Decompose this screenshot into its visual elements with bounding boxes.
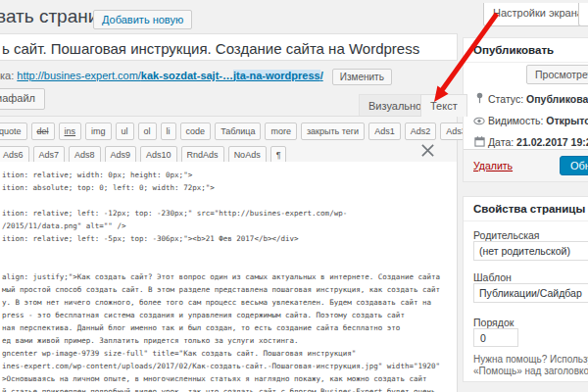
code-line: ition: relative; left: -5px; top: -306px… [2, 232, 457, 245]
permalink-selected-text: jta-na-wordpress [233, 70, 320, 81]
code-button[interactable]: code [180, 122, 212, 140]
close-tags-button[interactable]: закрыть теги [301, 122, 365, 140]
table-button[interactable]: Таблица [215, 122, 261, 140]
code-line: press - это бесплатная система создания … [2, 309, 457, 321]
ads2-button[interactable]: Ads2 [405, 122, 437, 140]
editor-textarea[interactable]: ition: relative; width: 0px; height: 0px… [0, 162, 457, 392]
status-value: Опубликовано [526, 93, 588, 105]
img-button[interactable]: img [85, 122, 112, 140]
page-attributes-panel: Свойства страницы Родительская (нет роди… [463, 196, 588, 382]
help-note-line2: «Помощь» над заголовком экрана. [473, 366, 588, 376]
permalink-row: ка: http://busines-expert.com/kak-sozdat… [0, 69, 392, 85]
pin-icon [473, 92, 485, 106]
code-line: ines-expert.com/wp-content/uploads/2017/… [2, 360, 457, 372]
code-line: мый простой способ создать сайт. В этом … [2, 283, 457, 296]
ads1-button[interactable]: Ads1 [368, 122, 401, 140]
code-line: ная перспектива. Данный блог именно так … [2, 321, 457, 334]
help-button[interactable]: Помощь [578, 3, 588, 26]
code-line [2, 258, 457, 270]
li-button[interactable]: li [161, 122, 176, 140]
calendar-icon [473, 136, 485, 149]
publish-footer: Удалить Обновить [464, 149, 588, 181]
permalink-slug: kak-sozdat-sajt-… [141, 70, 233, 81]
preview-changes-button[interactable]: Просмотреть изменения [526, 65, 588, 84]
del-button[interactable]: del [31, 122, 55, 140]
help-note-line1: Нужна помощь? Используйте вкладку [473, 354, 588, 365]
code-line: gncenter wp-image-9739 size-full" title=… [2, 347, 457, 360]
order-label: Порядок [473, 317, 514, 328]
tab-text[interactable]: Текст [420, 94, 467, 117]
template-select[interactable]: Публикации/Сайдбар [473, 283, 588, 303]
wordpress-edit-page-screen: Настройки экрана▼ Помощь вать страницу Д… [0, 0, 588, 392]
bquote-button[interactable]: b-quote [0, 122, 27, 140]
ins-button[interactable]: ins [59, 122, 82, 140]
add-media-button[interactable]: иафайл [0, 88, 45, 110]
publish-panel-title[interactable]: Опубликовать [464, 38, 588, 63]
order-input[interactable]: 0 [473, 328, 518, 347]
parent-select[interactable]: (нет родительской) [473, 241, 588, 261]
edit-permalink-button[interactable]: Изменить [332, 69, 392, 85]
permalink-base: http://busines-expert.com/ [17, 70, 141, 81]
permalink-link[interactable]: http://busines-expert.com/kak-sozdat-saj… [17, 70, 322, 81]
code-line: й статье прикреплен подробный видео урок… [2, 385, 457, 392]
status-row: Статус: ОпубликованоИзменить [473, 92, 588, 106]
attributes-panel-title[interactable]: Свойства страницы [464, 197, 588, 221]
eye-icon [473, 116, 485, 127]
permalink-tail: / [320, 70, 323, 81]
code-line: у. В этом нет ничего сложного, более тог… [2, 296, 457, 309]
toolbar-row-2: Ads6Ads7Ads8Ads9Ads10RndAdsNoAds¶ [0, 144, 455, 164]
parent-label: Родительская [473, 229, 540, 241]
add-new-button[interactable]: Добавить новую [93, 10, 192, 29]
move-to-trash-link[interactable]: Удалить [473, 160, 513, 172]
more-button[interactable]: more [265, 122, 297, 140]
code-line [2, 245, 457, 258]
visibility-row: Видимость: ОткрытоИзменить [473, 115, 588, 127]
date-row: Дата: 21.02.2017 19:24Изменить [473, 136, 588, 149]
code-line [2, 194, 457, 207]
code-line: >Основываясь на личном опыте, в многочис… [2, 372, 457, 385]
ul-button[interactable]: ul [116, 122, 134, 140]
screen-options-button[interactable]: Настройки экрана▼ [483, 3, 588, 26]
post-title-input[interactable]: ь сайт. Пошаговая инструкция. Создание с… [0, 33, 458, 61]
visibility-label: Видимость: [488, 115, 543, 126]
status-label: Статус: [488, 93, 523, 105]
code-line: align: justify;">Как создать сайт? Этот … [2, 270, 457, 283]
fullscreen-icon[interactable] [420, 143, 435, 162]
ol-button[interactable]: ol [138, 122, 157, 140]
update-button[interactable]: Обновить [560, 156, 588, 175]
permalink-label: ка: [0, 70, 14, 81]
text-editor: b-quotedelinsimgulollicodeТаблицаmoreзак… [0, 116, 458, 392]
code-line: ition: relative; left: -12px; top: -230p… [2, 207, 457, 220]
code-line: /2015/11/data.png" alt="" /> [2, 220, 457, 232]
code-line: ед вами живой пример. Заплатить придется… [2, 334, 457, 347]
date-label: Дата: [488, 136, 514, 148]
code-line: ition: absolute; top: 0; left: 0; width:… [2, 181, 457, 194]
code-line: ition: relative; width: 0px; height: 0px… [2, 169, 457, 181]
visibility-value: Открыто [546, 115, 588, 126]
toolbar-row-1: b-quotedelinsimgulollicodeТаблицаmoreзак… [0, 121, 455, 140]
template-label: Шаблон [473, 271, 512, 283]
date-value: 21.02.2017 19:24 [516, 136, 588, 148]
publish-panel: Опубликовать Просмотреть изменения Стату… [463, 37, 588, 182]
screen-options-label: Настройки экрана [493, 7, 583, 19]
